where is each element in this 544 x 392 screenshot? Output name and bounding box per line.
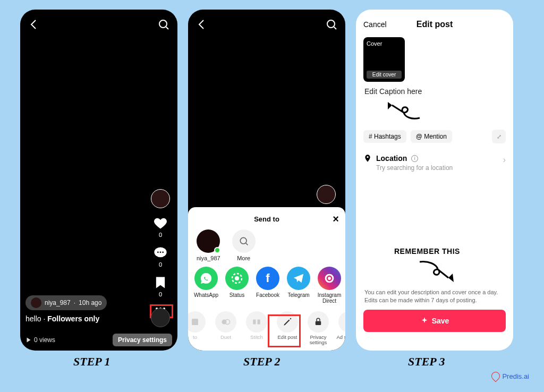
svg-point-9 [325, 274, 334, 283]
page-title: Edit post [416, 20, 453, 29]
views-label: 0 views [26, 336, 55, 344]
profile-avatar[interactable] [151, 189, 170, 208]
step2-phone: Send to × niya_987 More WhatsApp Status … [188, 10, 345, 351]
sheet-title: Send to [254, 215, 279, 223]
sparkle-icon [420, 317, 429, 325]
share-telegram[interactable]: Telegram [286, 267, 311, 304]
action-stitch[interactable]: Stitch [242, 311, 271, 346]
share-facebook[interactable]: fFacebook [255, 267, 280, 304]
arrow-doodle-icon [415, 259, 458, 283]
author-name: niya_987 [45, 299, 71, 306]
remember-label: REMEMBER THIS [394, 247, 505, 255]
post-time: 10h ago [79, 299, 101, 306]
like-count: 0 [159, 232, 162, 238]
cancel-button[interactable]: Cancel [363, 20, 387, 29]
location-icon [363, 154, 372, 163]
author-pill[interactable]: niya_987 · 10h ago [26, 295, 107, 310]
svg-point-4 [162, 251, 164, 253]
highlight-box [268, 314, 301, 347]
step2-label: STEP 2 [243, 355, 280, 369]
brand-watermark: Predis.ai [491, 372, 529, 380]
profile-avatar[interactable] [317, 185, 336, 204]
svg-point-6 [240, 237, 246, 244]
back-icon[interactable] [28, 18, 40, 31]
svg-rect-14 [253, 320, 256, 325]
expand-icon[interactable]: ⤢ [492, 130, 506, 143]
contact-item[interactable]: niya_987 [197, 229, 220, 261]
like-button[interactable]: 0 [153, 216, 168, 238]
share-whatsapp[interactable]: WhatsApp [193, 267, 219, 304]
comment-count: 0 [159, 261, 162, 268]
share-sheet: Send to × niya_987 More WhatsApp Status … [188, 207, 345, 351]
sound-disc[interactable] [151, 308, 170, 327]
step3-phone: Cancel Edit post Cover Edit cover Edit C… [356, 10, 513, 351]
caption-input[interactable]: Edit Caption here [356, 82, 513, 99]
mention-chip[interactable]: @ Mention [411, 130, 452, 143]
svg-point-5 [327, 20, 335, 28]
action-privacy[interactable]: Privacy settings [304, 311, 333, 346]
action-duet[interactable]: Duet [211, 311, 240, 346]
search-icon[interactable] [157, 18, 170, 31]
svg-rect-16 [316, 321, 321, 326]
caption: hello · Followers only [26, 314, 172, 323]
step1-label: STEP 1 [73, 355, 110, 369]
step3-label: STEP 3 [408, 355, 445, 369]
location-row[interactable]: Location i › Try searching for a locatio… [356, 149, 513, 173]
location-hint: Try searching for a location [376, 164, 506, 172]
back-icon[interactable] [196, 18, 208, 31]
edit-cover-button[interactable]: Edit cover [367, 71, 402, 79]
chevron-right-icon: › [503, 155, 506, 165]
svg-point-3 [160, 251, 162, 253]
svg-rect-11 [192, 319, 198, 325]
privacy-settings-button[interactable]: Privacy settings [113, 334, 172, 346]
svg-point-0 [159, 20, 167, 28]
action-ad-settings[interactable]: Ad settings [335, 311, 345, 346]
svg-point-2 [157, 251, 159, 253]
svg-point-8 [235, 276, 239, 280]
arrow-doodle-icon [382, 101, 425, 122]
share-instagram[interactable]: Instagram Direct [317, 267, 342, 304]
close-icon[interactable]: × [333, 213, 339, 225]
svg-rect-15 [258, 320, 260, 325]
save-button[interactable]: Save [363, 310, 506, 332]
more-contacts[interactable]: More [232, 229, 256, 261]
cover-thumbnail[interactable]: Cover Edit cover [363, 37, 405, 82]
comment-button[interactable]: 0 [153, 245, 168, 268]
share-status[interactable]: Status [224, 267, 250, 304]
search-icon[interactable] [325, 18, 338, 31]
action-partial[interactable]: to [188, 311, 209, 346]
edit-note: You can edit your description and cover … [356, 288, 513, 304]
bookmark-button[interactable]: 0 [153, 275, 168, 297]
step1-phone: 0 0 0 niya_987 · 10h ago hello [20, 10, 177, 351]
info-icon[interactable]: i [411, 155, 418, 162]
hashtags-chip[interactable]: # Hashtags [363, 130, 406, 143]
